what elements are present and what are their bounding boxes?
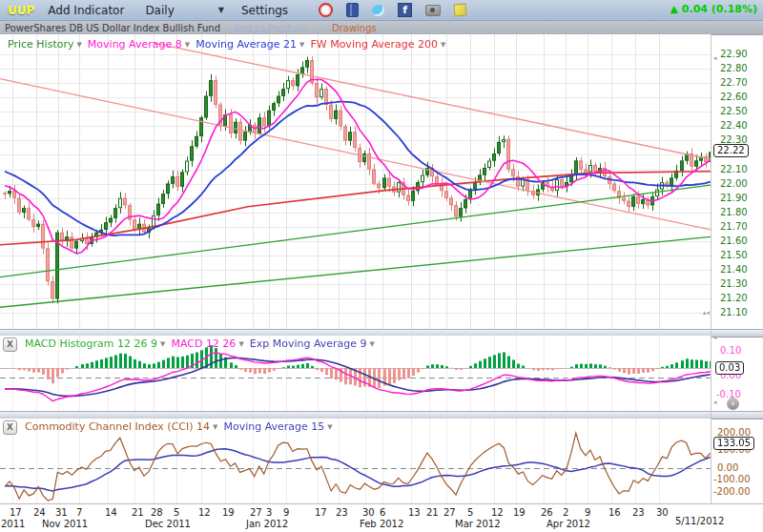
ma21-dropdown[interactable]: Moving Average 21▼	[196, 38, 304, 51]
chevron-down-icon[interactable]: ▼	[299, 41, 304, 49]
date-tick: 27	[250, 507, 262, 518]
date-tick: 7	[76, 507, 82, 518]
ledger-icon[interactable]	[346, 3, 359, 17]
date-tick: 31	[55, 507, 68, 518]
macd-legend: MACD Histogram 12 26 9▼ MACD 12 26▼ Exp …	[25, 338, 375, 350]
collapse-arrow-icon[interactable]: ◂	[713, 334, 717, 341]
date-tick: 16	[608, 507, 621, 518]
macd-close-button[interactable]: X	[3, 338, 17, 352]
collapse-arrow-icon[interactable]: ▴◂	[703, 309, 710, 317]
date-tick: 6	[380, 507, 385, 518]
chevron-down-icon[interactable]: ▼	[213, 423, 217, 431]
subheader: PowerShares DB US Dollar Index Bullish F…	[0, 21, 763, 35]
month-label: Jan 2012	[246, 519, 288, 529]
chevron-down-icon[interactable]: ▼	[327, 423, 332, 431]
facebook-icon[interactable]: f	[398, 3, 412, 17]
month-label: Apr 2012	[546, 519, 590, 529]
date-tick: 19	[513, 507, 526, 518]
toolbar: UUP Add Indicator Daily ▼ Settings f ▲ 0…	[0, 0, 763, 21]
month-label: Dec 2011	[145, 519, 191, 529]
date-tick: 12	[491, 507, 504, 518]
date-tick: 26	[541, 507, 553, 518]
price-axis-label: 21.30	[720, 278, 748, 289]
cci-axis-label: -200.00	[713, 486, 751, 497]
date-tick: 9	[283, 507, 289, 518]
cci-value-box: 133.05	[713, 437, 754, 450]
cci-axis-label: 0.00	[717, 462, 738, 473]
cci-legend: Commodity Channel Index (CCI) 14▼ Moving…	[25, 420, 333, 433]
ma8-dropdown[interactable]: Moving Average 8▼	[88, 38, 190, 51]
price-axis-label: 22.80	[720, 63, 748, 73]
price-axis-label: 21.90	[720, 193, 748, 203]
ma8-label: Moving Average 8	[88, 38, 182, 51]
camera-icon[interactable]	[425, 5, 441, 16]
date-tick: 21	[426, 507, 439, 518]
macd-line-label: MACD 12 26	[171, 338, 236, 350]
add-indicator-button[interactable]: Add Indicator	[48, 4, 124, 17]
cci-close-button[interactable]: X	[3, 420, 17, 435]
date-tick: 2	[563, 507, 568, 518]
time-axis[interactable]: 5/11/2012 172431714212851219273917233061…	[0, 503, 763, 532]
date-tick: 30	[362, 507, 375, 518]
cci-ma-label: Moving Average 15	[223, 420, 324, 433]
date-tick: 17	[10, 507, 22, 518]
macd-histogram-label: MACD Histogram 12 26 9	[25, 338, 157, 350]
date-tick: 3	[266, 507, 272, 518]
chevron-down-icon[interactable]: ▼	[370, 340, 375, 348]
collapse-arrow-icon[interactable]: ◂	[713, 399, 717, 406]
price-legend: Price History▼ Moving Average 8▼ Moving …	[8, 38, 445, 51]
up-arrow-icon: ▲	[670, 3, 678, 15]
date-tick: 24	[33, 507, 46, 518]
twitter-icon[interactable]	[372, 5, 384, 16]
date-tick: 5	[174, 507, 179, 518]
macd-axis-label: 0.10	[720, 345, 741, 356]
toolbar-icons: f	[319, 3, 466, 17]
price-axis-label: 22.10	[720, 164, 748, 174]
date-tick: 17	[315, 507, 327, 518]
price-axis-label: 21.60	[720, 235, 748, 246]
date-tick: 9	[585, 507, 590, 518]
chevron-down-icon[interactable]: ▼	[238, 340, 243, 348]
chevron-down-icon[interactable]: ▼	[76, 41, 81, 49]
price-axis-label: 22.50	[720, 106, 748, 116]
price-history-dropdown[interactable]: Price History▼	[8, 38, 82, 51]
cci-ma-dropdown[interactable]: Moving Average 15▼	[223, 420, 332, 433]
date-tick: 27	[443, 507, 456, 518]
last-price-box: 22.22	[713, 144, 749, 157]
macd-value-box: 0.03	[715, 361, 744, 375]
date-tick: 21	[132, 507, 144, 518]
price-axis-label: 21.40	[720, 264, 748, 275]
chevron-down-icon[interactable]: ▼	[441, 41, 445, 49]
ma200-dropdown[interactable]: FW Moving Average 200▼	[310, 38, 445, 51]
ma200-label: FW Moving Average 200	[310, 38, 438, 51]
macd-histogram-dropdown[interactable]: MACD Histogram 12 26 9▼	[25, 338, 165, 350]
drawings-menu[interactable]: Drawings	[332, 23, 377, 33]
axis-divider	[711, 34, 711, 503]
chevron-down-icon[interactable]: ▼	[185, 41, 190, 49]
note-icon[interactable]	[454, 4, 467, 17]
price-chart-canvas[interactable]	[0, 34, 711, 329]
collapse-arrow-icon[interactable]: ◂	[713, 54, 717, 62]
cci-dropdown[interactable]: Commodity Channel Index (CCI) 14▼	[25, 420, 217, 433]
chevron-down-icon[interactable]: ▼	[160, 340, 165, 348]
alarm-icon[interactable]	[319, 3, 333, 17]
add-to-portfolio-link[interactable]: Add to Portfolio	[234, 23, 307, 33]
ma21-label: Moving Average 21	[196, 38, 297, 51]
axis-scroll-button[interactable]: ›	[727, 398, 739, 410]
date-tick: 23	[336, 507, 348, 518]
date-tick: 28	[151, 507, 163, 518]
date-tick: 12	[198, 507, 211, 518]
cci-label: Commodity Channel Index (CCI) 14	[25, 420, 210, 433]
price-axis-label: 21.80	[720, 207, 748, 217]
price-axis-label: 22.70	[720, 77, 748, 88]
last-date-label: 5/11/2012	[675, 516, 724, 526]
price-history-label: Price History	[8, 38, 73, 51]
macd-signal-dropdown[interactable]: Exp Moving Average 9▼	[250, 338, 375, 350]
date-tick: 23	[632, 507, 645, 518]
chevron-down-icon[interactable]: ▼	[218, 6, 224, 14]
macd-line-dropdown[interactable]: MACD 12 26▼	[171, 338, 243, 350]
settings-button[interactable]: Settings	[241, 4, 288, 17]
timeframe-select[interactable]: Daily	[145, 4, 174, 17]
price-axis-label: 21.20	[720, 293, 748, 303]
charting-app: UUP Add Indicator Daily ▼ Settings f ▲ 0…	[0, 0, 763, 532]
